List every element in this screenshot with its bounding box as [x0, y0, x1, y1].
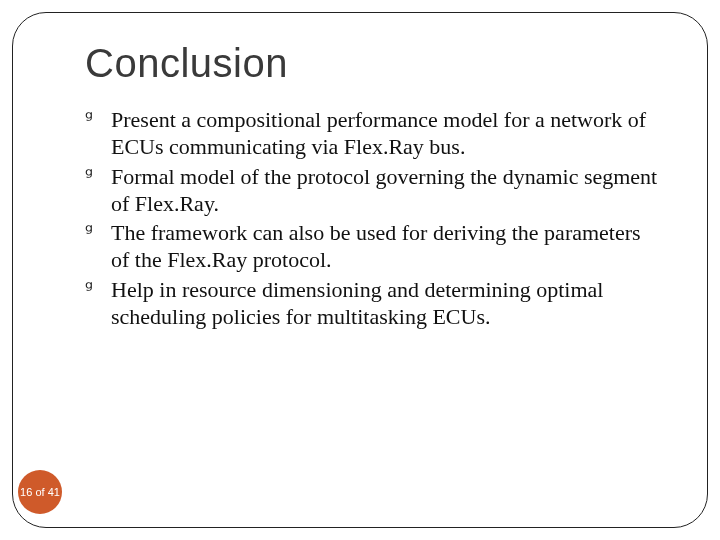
bullet-icon: ᵍ	[85, 106, 93, 131]
slide-frame: Conclusion ᵍ Present a compositional per…	[12, 12, 708, 528]
bullet-text: Formal model of the protocol governing t…	[111, 164, 657, 216]
bullet-text: Present a compositional performance mode…	[111, 107, 646, 159]
bullet-text: The framework can also be used for deriv…	[111, 220, 641, 272]
bullet-list: ᵍ Present a compositional performance mo…	[85, 106, 659, 330]
bullet-icon: ᵍ	[85, 163, 93, 188]
slide-title: Conclusion	[85, 41, 659, 86]
list-item: ᵍ Help in resource dimensioning and dete…	[85, 276, 659, 331]
list-item: ᵍ The framework can also be used for der…	[85, 219, 659, 274]
page-number-badge: 16 of 41	[18, 470, 62, 514]
bullet-icon: ᵍ	[85, 276, 93, 301]
page-number-text: 16 of 41	[20, 486, 60, 498]
bullet-text: Help in resource dimensioning and determ…	[111, 277, 603, 329]
list-item: ᵍ Formal model of the protocol governing…	[85, 163, 659, 218]
bullet-icon: ᵍ	[85, 219, 93, 244]
list-item: ᵍ Present a compositional performance mo…	[85, 106, 659, 161]
